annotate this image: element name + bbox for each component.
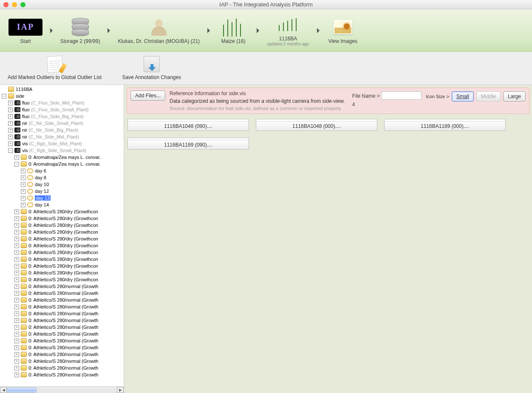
crumb-start[interactable]: IAP Start: [5, 15, 46, 46]
tree-row[interactable]: +0: Athletico/S 280/normal (Growth: [0, 310, 124, 317]
expand-toggle[interactable]: +: [14, 298, 19, 303]
thumbnail[interactable]: 1116BA1189 (000)....: [384, 119, 506, 131]
tree-row[interactable]: +0: Athletico/S 280/dry (Growthcon: [0, 269, 124, 276]
tree-row[interactable]: +day 6: [0, 167, 124, 174]
expand-toggle[interactable]: −: [2, 94, 6, 99]
tree-row[interactable]: +0: Athletico/S 280/dry (Growthcon: [0, 276, 124, 283]
expand-toggle[interactable]: +: [14, 373, 19, 377]
scroll-left-button[interactable]: ◀: [0, 387, 7, 393]
add-outliers-button[interactable]: Add Marked Outliers to Global Outlier Li…: [8, 55, 102, 80]
tree-row[interactable]: +day 12: [0, 188, 124, 195]
tree-row[interactable]: +day 14: [0, 201, 124, 208]
expand-toggle[interactable]: +: [14, 223, 19, 228]
scroll-track[interactable]: [7, 387, 117, 393]
expand-toggle[interactable]: +: [8, 135, 13, 139]
expand-toggle[interactable]: +: [14, 243, 19, 248]
tree-row[interactable]: +0: Athletico/S 280/normal (Growth: [0, 324, 124, 331]
crumb-view-images[interactable]: View Images: [324, 15, 362, 46]
expand-toggle[interactable]: +: [8, 121, 13, 126]
scroll-thumb[interactable]: [7, 387, 37, 393]
crumb-experiment[interactable]: 1116BA updated 2 months ago: [263, 13, 313, 48]
tree-row[interactable]: +0: Athletico/S 280/dry (Growthcon: [0, 235, 124, 242]
tree-row[interactable]: +day 13: [0, 195, 124, 201]
minimize-icon[interactable]: [12, 2, 17, 7]
tree-row[interactable]: +fluo(C_Fluo_Side_Mid_Plant): [0, 99, 124, 106]
expand-toggle[interactable]: +: [14, 216, 19, 221]
expand-toggle[interactable]: +: [14, 155, 19, 160]
tree-row[interactable]: +0: Athletico/S 280/dry (Growthcon: [0, 208, 124, 215]
tree-row[interactable]: −side: [0, 93, 124, 99]
tree-row[interactable]: +0: Athletico/S 280/normal (Growth: [0, 371, 124, 378]
expand-toggle[interactable]: +: [21, 182, 25, 187]
tree-row[interactable]: +0: Athletico/S 280/dry (Growthcon: [0, 229, 124, 235]
expand-toggle[interactable]: +: [14, 332, 19, 336]
tree-row[interactable]: +0: Aromatnaja/Zea mays L. convar.: [0, 154, 124, 161]
tree-row[interactable]: +day 10: [0, 181, 124, 188]
crumb-species[interactable]: Maize (16): [214, 15, 252, 46]
expand-toggle[interactable]: +: [14, 339, 19, 343]
tree-row[interactable]: +day 8: [0, 174, 124, 181]
expand-toggle[interactable]: +: [14, 325, 19, 330]
expand-toggle[interactable]: +: [14, 250, 19, 255]
expand-toggle[interactable]: +: [14, 271, 19, 275]
crumb-storage[interactable]: Storage 2 (99/99): [57, 15, 103, 46]
tree[interactable]: 1116BA−side+fluo(C_Fluo_Side_Mid_Plant)+…: [0, 85, 124, 386]
expand-toggle[interactable]: +: [14, 311, 19, 316]
expand-toggle[interactable]: +: [8, 114, 13, 119]
expand-toggle[interactable]: +: [14, 366, 19, 370]
expand-toggle[interactable]: +: [14, 237, 19, 241]
filename-input[interactable]: [381, 91, 422, 100]
expand-toggle[interactable]: +: [14, 209, 19, 214]
expand-toggle[interactable]: +: [14, 284, 19, 289]
zoom-icon[interactable]: [20, 2, 25, 7]
tree-row[interactable]: +0: Athletico/S 280/normal (Growth: [0, 331, 124, 337]
thumbnail[interactable]: 1116BA1048 (090)....: [127, 119, 249, 131]
tree-row[interactable]: +0: Athletico/S 280/dry (Growthcon: [0, 263, 124, 269]
add-files-button[interactable]: Add Files...: [130, 90, 165, 101]
expand-toggle[interactable]: +: [21, 203, 25, 207]
tree-row[interactable]: +nir(C_Nir_Side_Big_Plant): [0, 127, 124, 133]
tree-row[interactable]: −0: Aromatnaja/Zea mays L. convar.: [0, 161, 124, 167]
tree-row[interactable]: +fluo(C_Fluo_Side_Big_Plant): [0, 113, 124, 120]
expand-toggle[interactable]: +: [14, 318, 19, 323]
tree-row[interactable]: +0: Athletico/S 280/normal (Growth: [0, 303, 124, 310]
tree-row[interactable]: 1116BA: [0, 86, 124, 93]
tree-row[interactable]: +0: Athletico/S 280/normal (Growth: [0, 337, 124, 344]
tree-row[interactable]: +0: Athletico/S 280/dry (Growthcon: [0, 256, 124, 263]
tree-row[interactable]: +0: Athletico/S 280/dry (Growthcon: [0, 249, 124, 256]
expand-toggle[interactable]: −: [8, 148, 13, 153]
tree-row[interactable]: +nir(C_Nir_Side_Small_Plant): [0, 120, 124, 127]
expand-toggle[interactable]: +: [14, 277, 19, 282]
expand-toggle[interactable]: +: [8, 101, 13, 105]
tree-row[interactable]: +0: Athletico/S 280/normal (Growth: [0, 317, 124, 324]
tree-row[interactable]: +0: Athletico/S 280/normal (Growth: [0, 297, 124, 303]
expand-toggle[interactable]: +: [8, 141, 13, 146]
tree-row[interactable]: +0: Athletico/S 280/normal (Growth: [0, 290, 124, 297]
tree-row[interactable]: +0: Athletico/S 280/dry (Growthcon: [0, 215, 124, 222]
expand-toggle[interactable]: +: [14, 305, 19, 309]
tree-row[interactable]: +0: Athletico/S 280/dry (Growthcon: [0, 242, 124, 249]
tree-row[interactable]: −vis(C_Rgb_Side_Small_Plant): [0, 147, 124, 154]
tree-row[interactable]: +0: Athletico/S 280/normal (Growth: [0, 365, 124, 371]
tree-row[interactable]: +nir(C_Nir_Side_Mid_Plant): [0, 133, 124, 140]
expand-toggle[interactable]: +: [14, 257, 19, 262]
tree-row[interactable]: +0: Athletico/S 280/normal (Growth: [0, 283, 124, 290]
expand-toggle[interactable]: +: [14, 264, 19, 269]
tree-row[interactable]: +fluo(C_Fluo_Side_Small_Plant): [0, 106, 124, 113]
expand-toggle[interactable]: +: [21, 196, 25, 201]
tree-row[interactable]: +vis(C_Rgb_Side_Mid_Plant): [0, 140, 124, 147]
expand-toggle[interactable]: +: [8, 128, 13, 133]
expand-toggle[interactable]: +: [8, 107, 13, 112]
close-icon[interactable]: [3, 2, 8, 7]
iconsize-small-button[interactable]: Small: [452, 91, 474, 102]
tree-row[interactable]: +0: Athletico/S 280/normal (Growth: [0, 344, 124, 351]
tree-row[interactable]: +0: Athletico/S 280/normal (Growth: [0, 351, 124, 358]
iconsize-middle-button[interactable]: Middle: [476, 91, 501, 102]
expand-toggle[interactable]: +: [14, 291, 19, 296]
tree-row[interactable]: +0: Athletico/S 280/normal (Growth: [0, 358, 124, 365]
save-annotation-button[interactable]: Save Annotation Changes: [122, 55, 181, 80]
expand-toggle[interactable]: +: [21, 169, 25, 173]
expand-toggle[interactable]: +: [21, 189, 25, 194]
expand-toggle[interactable]: +: [14, 359, 19, 364]
crumb-user[interactable]: Klukas, Dr. Christian (MOG/BA) (21): [114, 15, 203, 46]
